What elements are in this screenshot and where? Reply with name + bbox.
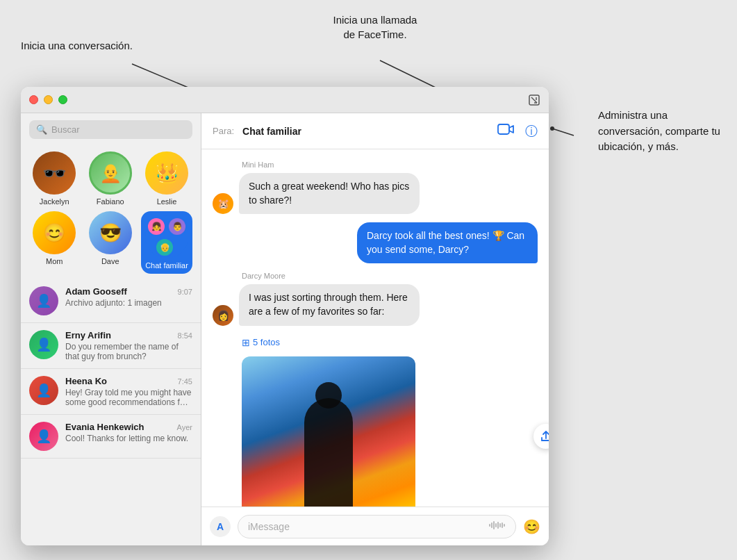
conv-name-adam: Adam Gooseff (65, 286, 127, 297)
conversation-item-adam[interactable]: 👤 Adam Gooseff 9:07 Archivo adjunto: 1 i… (21, 279, 201, 323)
conv-preview-evania: Cool! Thanks for letting me know. (65, 434, 192, 443)
titlebar (21, 87, 549, 113)
msg-row-outgoing: Darcy took all the best ones! 🏆 Can you … (213, 222, 538, 263)
msg-bubble-darcy: I was just sorting through them. Here ar… (239, 284, 420, 325)
conv-name-evania: Evania Henkewich (65, 422, 144, 432)
conversation-item-evania[interactable]: 👤 Evania Henkewich Ayer Cool! Thanks for… (21, 415, 201, 459)
svg-line-4 (552, 129, 574, 135)
svg-rect-10 (498, 124, 509, 134)
contact-name-jackelyn: Jackelyn (40, 197, 69, 206)
svg-rect-17 (502, 522, 503, 528)
close-button[interactable] (29, 95, 38, 104)
facetime-video-button[interactable] (497, 123, 514, 139)
contact-name-dave: Dave (101, 257, 119, 265)
conv-content-adam: Adam Gooseff 9:07 Archivo adjunto: 1 ima… (65, 286, 192, 308)
compose-button[interactable] (528, 94, 540, 106)
app-store-button[interactable]: A (210, 516, 231, 537)
messages-window: 🔍 Buscar 🕶️ Jackelyn 🧑‍🦲 Fabian (21, 87, 549, 545)
conversation-list: 👤 Adam Gooseff 9:07 Archivo adjunto: 1 i… (21, 279, 201, 545)
emoji-button[interactable]: 😊 (523, 518, 540, 535)
avatar-leslie: 👑 (145, 151, 188, 195)
conv-time-adam: 9:07 (178, 288, 192, 296)
conv-content-erny: Erny Arifin 8:54 Do you remember the nam… (65, 330, 192, 361)
svg-point-5 (550, 126, 554, 131)
photos-link[interactable]: ⊞ 5 fotos (213, 337, 538, 348)
annotation-facetime: Inicia una llamada de FaceTime. (306, 13, 445, 42)
conv-time-heena: 7:45 (178, 377, 192, 386)
conv-time-erny: 8:54 (178, 331, 192, 340)
selected-bg: 👧 👨 👴 Chat familiar (141, 211, 192, 274)
svg-rect-13 (493, 521, 495, 529)
group-mini-2: 👨 (167, 217, 187, 236)
photo-card[interactable] (242, 356, 415, 507)
maximize-button[interactable] (58, 95, 67, 104)
msg-sender-miniham: Mini Ham (213, 160, 538, 169)
sidebar: 🔍 Buscar 🕶️ Jackelyn 🧑‍🦲 Fabian (21, 113, 201, 545)
search-bar[interactable]: 🔍 Buscar (29, 120, 192, 139)
waveform-icon (489, 520, 506, 532)
group-avatar-chat-familiar: 👧 👨 👴 (145, 215, 188, 258)
avatar-dave: 😎 (89, 211, 132, 254)
svg-rect-15 (497, 522, 499, 529)
pinned-contact-fabiano[interactable]: 🧑‍🦲 Fabiano (85, 151, 136, 206)
info-button[interactable]: ⓘ (525, 123, 538, 140)
conv-name-erny: Erny Arifin (65, 330, 111, 340)
input-area: A iMessage (201, 507, 549, 545)
pinned-contact-chat-familiar[interactable]: 👧 👨 👴 Chat familiar (141, 211, 192, 274)
pinned-contact-leslie[interactable]: 👑 Leslie (141, 151, 192, 206)
chat-name: Chat familiar (242, 126, 489, 137)
pinned-contact-jackelyn[interactable]: 🕶️ Jackelyn (29, 151, 80, 206)
conv-preview-erny: Do you remember the name of that guy fro… (65, 342, 192, 361)
message-input[interactable]: iMessage (238, 515, 516, 538)
msg-group-miniham: Mini Ham 🐹 Such a great weekend! Who has… (213, 160, 538, 214)
pinned-contact-mom[interactable]: 😊 Mom (29, 211, 80, 274)
avatar-heena: 👤 (29, 376, 58, 405)
search-icon: 🔍 (36, 124, 47, 135)
msg-sender-darcy: Darcy Moore (213, 272, 538, 280)
input-placeholder: iMessage (248, 521, 290, 532)
search-placeholder: Buscar (51, 124, 79, 135)
conv-header-erny: Erny Arifin 8:54 (65, 330, 192, 340)
chat-panel: Para: Chat familiar ⓘ Mini Ham (201, 113, 549, 545)
photos-link-text: 5 fotos (253, 337, 280, 347)
contact-name-chat-familiar: Chat familiar (145, 261, 188, 270)
svg-rect-11 (489, 524, 490, 527)
avatar-fabiano: 🧑‍🦲 (89, 151, 132, 195)
msg-bubble-outgoing: Darcy took all the best ones! 🏆 Can you … (357, 222, 538, 263)
conv-content-heena: Heena Ko 7:45 Hey! Gray told me you migh… (65, 376, 192, 407)
contact-name-fabiano: Fabiano (97, 197, 124, 206)
pinned-contact-dave[interactable]: 😎 Dave (85, 211, 136, 274)
minimize-button[interactable] (44, 95, 53, 104)
avatar-jackelyn: 🕶️ (33, 151, 76, 195)
conv-header-evania: Evania Henkewich Ayer (65, 422, 192, 432)
msg-bubble-miniham: Such a great weekend! Who has pics to sh… (239, 173, 420, 214)
conv-header-adam: Adam Gooseff 9:07 (65, 286, 192, 297)
conv-preview-heena: Hey! Gray told me you might have some go… (65, 388, 192, 407)
photo-image (242, 356, 415, 507)
traffic-lights (29, 95, 67, 104)
msg-group-outgoing: Darcy took all the best ones! 🏆 Can you … (213, 222, 538, 263)
share-button[interactable] (533, 424, 549, 449)
contact-name-mom: Mom (46, 257, 63, 265)
app-store-icon: A (217, 521, 224, 532)
annotation-manage: Administra una conversación, comparte tu… (598, 108, 723, 155)
header-icons: ⓘ (497, 123, 538, 140)
photos-grid-icon: ⊞ (242, 337, 250, 348)
conv-time-evania: Ayer (177, 423, 192, 431)
avatar-mom: 😊 (33, 211, 76, 254)
conv-header-heena: Heena Ko 7:45 (65, 376, 192, 386)
pinned-contacts: 🕶️ Jackelyn 🧑‍🦲 Fabiano 👑 Lesli (21, 146, 201, 279)
msg-row-darcy: 👩 I was just sorting through them. Here … (213, 284, 538, 325)
photo-area-wrapper (213, 356, 538, 507)
messages-area: Mini Ham 🐹 Such a great weekend! Who has… (201, 149, 549, 507)
avatar-erny: 👤 (29, 330, 58, 359)
svg-rect-18 (504, 524, 505, 527)
conv-preview-adam: Archivo adjunto: 1 imagen (65, 298, 192, 308)
conv-content-evania: Evania Henkewich Ayer Cool! Thanks for l… (65, 422, 192, 443)
svg-rect-12 (491, 522, 492, 528)
msg-group-darcy: Darcy Moore 👩 I was just sorting through… (213, 272, 538, 325)
msg-avatar-darcy: 👩 (213, 305, 233, 326)
contact-name-leslie: Leslie (157, 197, 177, 206)
conversation-item-heena[interactable]: 👤 Heena Ko 7:45 Hey! Gray told me you mi… (21, 369, 201, 415)
conversation-item-erny[interactable]: 👤 Erny Arifin 8:54 Do you remember the n… (21, 323, 201, 369)
